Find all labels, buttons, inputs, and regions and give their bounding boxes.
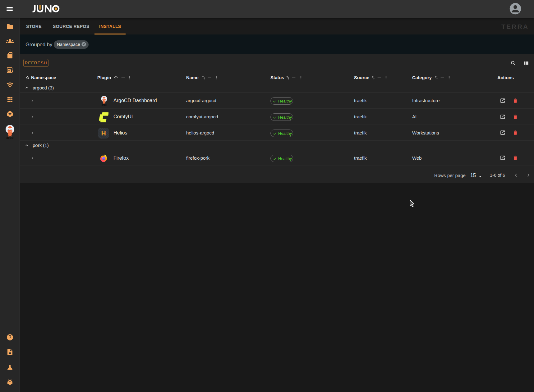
svg-text:argo: argo [102, 103, 107, 106]
svg-text:argo: argo [7, 136, 14, 139]
